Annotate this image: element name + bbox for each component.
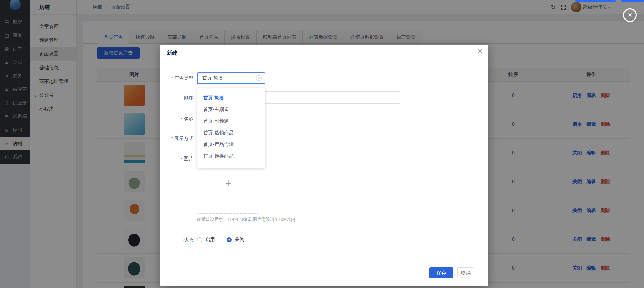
cancel-button[interactable]: 取消 bbox=[457, 267, 474, 278]
image-label: *图片: bbox=[160, 155, 195, 162]
top-blue-bar bbox=[575, 0, 616, 2]
required-star: * bbox=[181, 116, 183, 122]
new-ad-modal: 新建 ✕ *广告类型: 首页-轮播 ✕ 排序: *名称: *展示方式: *图片:… bbox=[160, 45, 488, 286]
plus-icon: + bbox=[225, 178, 231, 189]
close-icon: ✕ bbox=[628, 12, 632, 19]
dropdown-arrow bbox=[206, 86, 210, 90]
top-blue-bar bbox=[621, 0, 644, 2]
clear-icon[interactable]: ✕ bbox=[256, 75, 262, 81]
dropdown-option[interactable]: 首页-轮播 bbox=[197, 92, 265, 103]
dropdown-option[interactable]: 首页-推荐商品 bbox=[197, 150, 265, 162]
upload-hint: 轮播建议尺寸：714*420像素,图片需限制在10M以内 bbox=[197, 217, 295, 223]
dropdown-option[interactable]: 首页-主频道 bbox=[197, 103, 265, 115]
radio-label: 关闭 bbox=[235, 237, 244, 243]
display-mode-label: *展示方式: bbox=[160, 135, 195, 142]
required-star: * bbox=[171, 76, 173, 81]
status-label: 状态: bbox=[160, 236, 195, 243]
dropdown-option[interactable]: 首页-副频道 bbox=[197, 115, 265, 127]
ad-type-label: *广告类型: bbox=[160, 75, 195, 82]
status-radio-group: 启用 关闭 bbox=[197, 235, 244, 245]
app-root: ▤ 概况 ◳ 商品 ▦ 订单 ♟ 会员 bbox=[0, 0, 644, 288]
radio-circle-icon bbox=[227, 237, 232, 242]
ad-type-select[interactable]: 首页-轮播 ✕ bbox=[197, 72, 265, 84]
radio-circle-icon bbox=[197, 237, 202, 242]
status-radio[interactable]: 启用 bbox=[197, 237, 215, 243]
required-star: * bbox=[181, 156, 183, 161]
dropdown-option[interactable]: 首页-热销商品 bbox=[197, 127, 265, 138]
modal-close-icon[interactable]: ✕ bbox=[477, 48, 483, 54]
radio-label: 启用 bbox=[205, 237, 215, 243]
name-label: *名称: bbox=[160, 115, 195, 123]
floating-close-button[interactable]: ✕ bbox=[623, 8, 637, 22]
sort-label: 排序: bbox=[160, 94, 195, 101]
required-star: * bbox=[171, 136, 173, 141]
status-radio[interactable]: 关闭 bbox=[227, 237, 244, 243]
ad-type-value: 首页-轮播 bbox=[202, 75, 223, 81]
save-button[interactable]: 保存 bbox=[429, 267, 453, 278]
modal-title: 新建 bbox=[167, 50, 178, 57]
dropdown-option[interactable]: 首页-产品专辑 bbox=[197, 138, 265, 150]
ad-type-dropdown: 首页-轮播 首页-主频道 首页-副频道 首页-热销商品 首页-产品专辑 首页-推… bbox=[197, 88, 265, 168]
